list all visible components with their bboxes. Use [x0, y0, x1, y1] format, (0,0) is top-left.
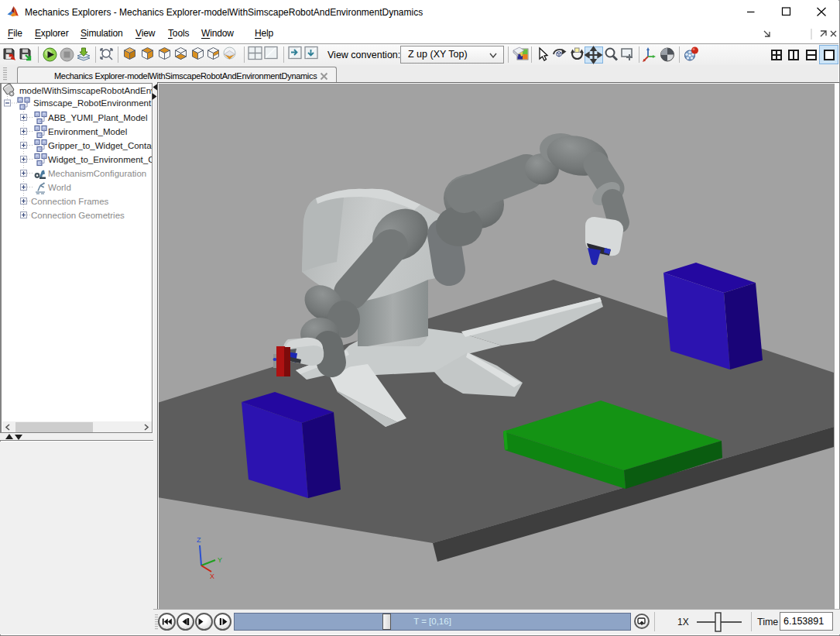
svg-text:Y: Y — [218, 556, 222, 564]
svg-text:Connection Frames: Connection Frames — [31, 197, 109, 206]
svg-text:Environment_Model: Environment_Model — [48, 127, 127, 136]
svg-text:Widget_to_Environment_C: Widget_to_Environment_C — [48, 155, 152, 164]
svg-text:Gripper_to_Widget_Contact: Gripper_to_Widget_Contact — [48, 141, 152, 150]
svg-text:Connection Geometries: Connection Geometries — [31, 211, 125, 220]
svg-text:MechanismConfiguration: MechanismConfiguration — [48, 169, 146, 178]
svg-text:Z: Z — [197, 536, 201, 544]
svg-text:X: X — [210, 572, 214, 580]
svg-text:modelWithSimscapeRobotAndEnvir: modelWithSimscapeRobotAndEnvir — [19, 86, 152, 95]
svg-text:Simscape_RobotEnvironment: Simscape_RobotEnvironment — [33, 98, 152, 108]
svg-text:World: World — [48, 183, 71, 192]
svg-text:ABB_YUMI_Plant_Model: ABB_YUMI_Plant_Model — [48, 113, 147, 122]
